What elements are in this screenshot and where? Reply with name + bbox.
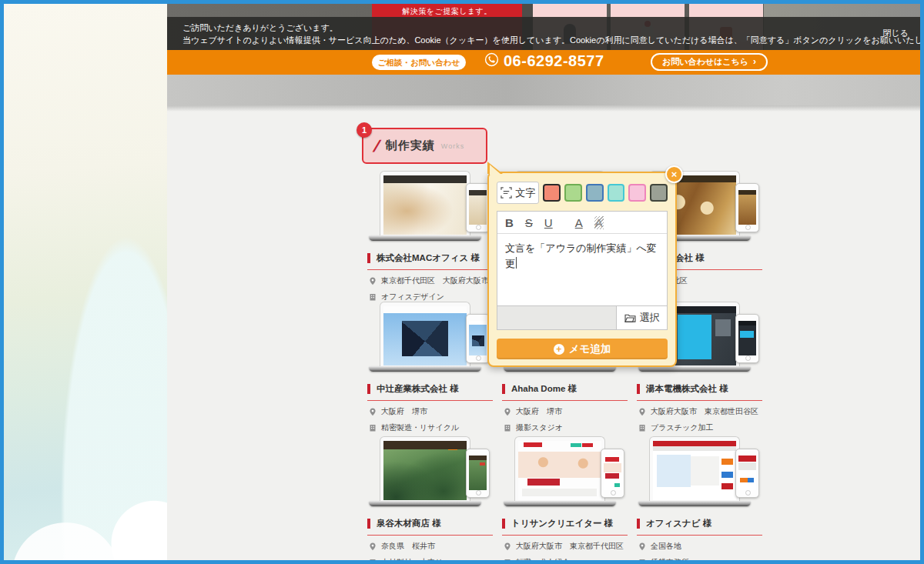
location-pin-icon [369, 277, 377, 285]
color-swatch-pink[interactable] [628, 184, 646, 202]
client-location: 大阪府大阪市 東京都千代田区 [516, 541, 624, 552]
phone-link[interactable]: 06-6292-8577 [484, 52, 604, 70]
desktop-wallpaper [4, 4, 167, 560]
building-icon [638, 424, 646, 432]
building-icon [638, 559, 646, 560]
cookie-close-button[interactable]: 閉じる [882, 28, 909, 39]
title-accent-bar [502, 384, 505, 394]
note-text-area[interactable]: 文言を「アウラの制作実績」へ変更 [497, 234, 667, 305]
laptop-mockup [380, 171, 470, 238]
annotation-note-popup: × 文字 B S U A A 文言を「アウラの制作実績」へ変更 [487, 172, 677, 367]
note-editor: B S U A A 文言を「アウラの制作実績」へ変更 選択 [497, 211, 668, 330]
cookie-consent-banner: ご訪問いただきありがとうございます。 当ウェブサイトのよりよい情報提供・サービス… [167, 17, 921, 50]
text-tool-label: 文字 [515, 186, 535, 200]
client-location: 大阪府大阪市 東京都世田谷区 [651, 406, 758, 417]
client-location: 東京都千代田区 大阪府大阪市 [381, 275, 489, 286]
location-pin-icon [369, 408, 377, 416]
color-swatch-teal[interactable] [608, 184, 625, 202]
title-accent-bar [367, 253, 370, 263]
text-caret [516, 257, 517, 269]
font-color-button[interactable]: A [575, 216, 583, 229]
building-icon [369, 293, 377, 301]
work-card: 中辻産業株式会社 様 大阪府 堺市 精密製造・リサイクル [367, 302, 493, 433]
phone-mockup [735, 183, 759, 232]
file-select-label: 選択 [640, 311, 660, 325]
cookie-message: 当ウェブサイトのよりよい情報提供・サービス向上のため、Cookie（クッキー）を… [182, 35, 921, 45]
client-location: 奈良県 桜井市 [381, 541, 435, 552]
work-card: 株式会社MACオフィス 様 東京都千代田区 大阪府大阪市 オフィスデザイン [367, 171, 493, 302]
title-accent-bar [637, 519, 640, 529]
client-name: トリサンクリエイター 様 [511, 518, 613, 529]
phone-mockup [466, 314, 490, 363]
laptop-base [504, 501, 616, 506]
chevron-right-icon: › [753, 56, 756, 67]
client-name: オフィスナビ 様 [646, 518, 711, 529]
phone-mockup [735, 314, 759, 363]
title-accent-bar [637, 384, 640, 394]
popup-close-button[interactable]: × [665, 165, 683, 183]
phone-mockup [601, 449, 624, 498]
laptop-mockup [649, 436, 740, 503]
browser-viewport: 解決策をご提案します。 ご訪問いただきありがとうございます。 当ウェブサイトのよ… [167, 4, 921, 560]
underline-button[interactable]: U [544, 216, 553, 229]
plus-icon: + [554, 344, 564, 355]
color-swatch-green[interactable] [564, 184, 582, 202]
work-card: オフィスナビ 様 全国各地 賃貸事務所 [637, 436, 762, 560]
text-select-icon [500, 187, 512, 199]
laptop-base [638, 501, 751, 506]
location-pin-icon [504, 408, 511, 416]
title-accent-bar [502, 519, 505, 529]
popup-pointer [487, 162, 503, 174]
client-category: オフィスデザイン [381, 292, 444, 302]
work-card: 泉谷木材商店 様 奈良県 桜井市 木材製材・小売り [367, 436, 493, 560]
location-pin-icon [638, 408, 646, 416]
phone-mockup [466, 183, 490, 232]
color-swatch-gray[interactable] [650, 184, 668, 202]
color-swatch-blue[interactable] [586, 184, 604, 202]
work-thumbnail[interactable] [637, 436, 762, 513]
hero-blur-strip [167, 75, 921, 105]
highlight-button[interactable]: A [594, 216, 604, 229]
contact-cta-label: お問い合わせはこちら [662, 57, 748, 66]
client-category: プラスチック加工 [651, 422, 713, 433]
add-note-button[interactable]: + メモ追加 [497, 339, 668, 359]
work-thumbnail[interactable] [502, 436, 628, 513]
work-thumbnail[interactable] [367, 302, 493, 379]
works-section-header-annotation[interactable]: 1 / 制作実績 Works [362, 128, 487, 164]
title-accent-bar [367, 519, 370, 529]
file-select-button[interactable]: 選択 [616, 306, 667, 329]
note-text: 文言を「アウラの制作実績」へ変更 [505, 242, 657, 269]
building-icon [504, 424, 511, 432]
laptop-base [369, 235, 481, 241]
laptop-base [638, 366, 751, 372]
client-name: Ahaha Dome 様 [511, 383, 577, 395]
building-icon [369, 424, 377, 432]
bold-button[interactable]: B [505, 216, 514, 229]
client-location: 大阪府 堺市 [381, 406, 427, 417]
strikethrough-button[interactable]: S [525, 216, 533, 229]
consult-button[interactable]: ご相談・お問い合わせ [372, 55, 466, 70]
laptop-base [369, 501, 481, 506]
work-thumbnail[interactable] [367, 436, 493, 513]
folder-icon [624, 313, 636, 322]
laptop-mockup [380, 302, 470, 369]
works-section-title: 制作実績 [386, 138, 435, 153]
text-tool-button[interactable]: 文字 [497, 182, 539, 204]
contact-cta-button[interactable]: お問い合わせはこちら› [651, 53, 768, 71]
color-swatch-salmon[interactable] [543, 184, 561, 202]
client-location: 大阪府 堺市 [516, 406, 562, 417]
client-name: 株式会社MACオフィス 様 [377, 252, 480, 264]
contact-bar: ご相談・お問い合わせ 06-6292-8577 お問い合わせはこちら› [167, 50, 921, 75]
client-name: 中辻産業株式会社 様 [377, 383, 459, 395]
client-category: 転職・求人紹介 [516, 557, 570, 560]
client-category: 撮影スタジオ [516, 422, 563, 433]
location-pin-icon [504, 542, 511, 551]
work-card: トリサンクリエイター 様 大阪府大阪市 東京都千代田区 転職・求人紹介 [502, 436, 628, 560]
works-section-subtitle: Works [441, 142, 464, 150]
phone-icon [484, 52, 499, 70]
work-thumbnail[interactable] [367, 171, 493, 248]
client-location: 全国各地 [651, 541, 681, 552]
annotation-number-badge: 1 [357, 122, 372, 138]
building-icon [369, 559, 377, 560]
file-input[interactable] [497, 306, 616, 329]
